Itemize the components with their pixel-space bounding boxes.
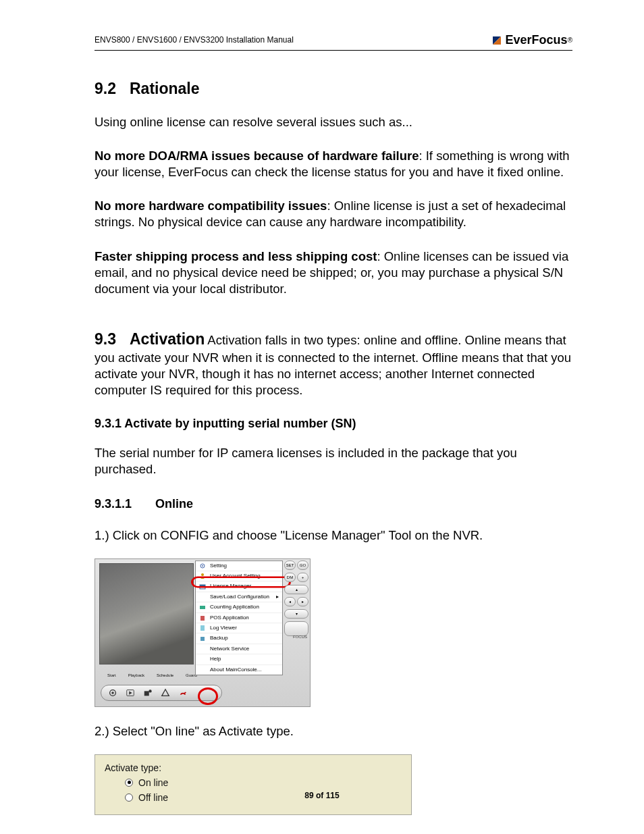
svg-point-6 xyxy=(202,565,203,567)
dm-button[interactable]: DM xyxy=(284,573,296,582)
menu-save-load[interactable]: Save/Load Configuration▸ xyxy=(196,592,282,602)
section-9-2-heading: 9.2Rationale xyxy=(95,79,572,99)
brand-logo: EverFocus® xyxy=(491,32,572,48)
page-header: ENVS800 / ENVS1600 / ENVS3200 Installati… xyxy=(95,32,572,51)
menu-backup[interactable]: Backup xyxy=(196,633,282,644)
warning-icon[interactable] xyxy=(161,688,170,698)
highlight-ring-license-manager xyxy=(191,576,291,588)
highlight-ring-config xyxy=(198,687,218,705)
activate-type-label: Activate type: xyxy=(105,762,402,774)
svg-rect-12 xyxy=(200,625,205,631)
radio-online-label: On line xyxy=(138,777,168,789)
rationale-p2: No more hardware compatibility issues: O… xyxy=(95,198,572,230)
record-icon[interactable] xyxy=(108,688,117,698)
arrow-up-button[interactable]: ▴ xyxy=(284,585,308,594)
menu-counting[interactable]: Counting Application xyxy=(196,602,282,613)
arrow-right-button[interactable]: ▸ xyxy=(297,597,308,606)
step-2: 2.) Select "On line" as Activate type. xyxy=(95,723,572,739)
focus-label: FOCUS xyxy=(293,635,307,640)
arrow-left-button[interactable]: ◂ xyxy=(284,597,296,606)
config-icon[interactable] xyxy=(178,688,188,698)
nvr-console-screenshot: Start Playback Schedule Guard Setting Us… xyxy=(95,558,311,707)
radio-online[interactable] xyxy=(125,779,133,787)
svg-rect-11 xyxy=(200,616,205,621)
menu-network-service[interactable]: Network Service xyxy=(196,644,282,654)
menu-pos[interactable]: POS Application xyxy=(196,613,282,623)
svg-point-1 xyxy=(111,692,114,694)
svg-rect-13 xyxy=(200,637,205,641)
svg-point-4 xyxy=(149,689,151,692)
svg-rect-10 xyxy=(200,606,205,609)
menu-help[interactable]: Help xyxy=(196,654,282,664)
menu-about[interactable]: About MainConsole... xyxy=(196,665,282,675)
section-9-3-1-1-heading: 9.3.1.1Online xyxy=(95,496,572,512)
rationale-intro: Using online license can resolve several… xyxy=(95,114,572,130)
rationale-p3: Faster shipping process and less shippin… xyxy=(95,249,572,297)
video-preview xyxy=(99,563,194,664)
menu-setting[interactable]: Setting xyxy=(196,561,282,571)
svg-rect-3 xyxy=(144,691,149,696)
right-panel: SET GO DM + ▴ ◂ ▸ ▾ xyxy=(284,561,308,636)
set-button[interactable]: SET xyxy=(284,561,296,570)
menu-log-viewer[interactable]: Log Viewer xyxy=(196,623,282,633)
rationale-p1: No more DOA/RMA issues because of hardwa… xyxy=(95,148,572,180)
section-9-3-1-text: The serial number for IP camera licenses… xyxy=(95,445,572,477)
activate-type-panel: Activate type: On line Off line xyxy=(95,754,412,816)
focus-slider[interactable] xyxy=(284,621,308,636)
tab-start[interactable]: Start xyxy=(107,673,116,679)
step-1: 1.) Click on CONFIG and choose "License … xyxy=(95,527,572,544)
section-9-3-1-heading: 9.3.1 Activate by inputting serial numbe… xyxy=(95,416,572,432)
arrow-down-button[interactable]: ▾ xyxy=(284,609,308,619)
play-icon[interactable] xyxy=(126,688,135,698)
section-9-3: 9.3Activation Activation falls in two ty… xyxy=(95,330,572,398)
go-button[interactable]: GO xyxy=(297,561,308,570)
tab-schedule[interactable]: Schedule xyxy=(157,673,173,679)
everfocus-icon xyxy=(491,34,503,47)
manual-title: ENVS800 / ENVS1600 / ENVS3200 Installati… xyxy=(95,35,294,46)
tab-playback[interactable]: Playback xyxy=(128,673,144,679)
page-number: 89 of 115 xyxy=(0,791,644,802)
plus-button[interactable]: + xyxy=(297,573,308,582)
io-icon[interactable] xyxy=(143,688,153,698)
